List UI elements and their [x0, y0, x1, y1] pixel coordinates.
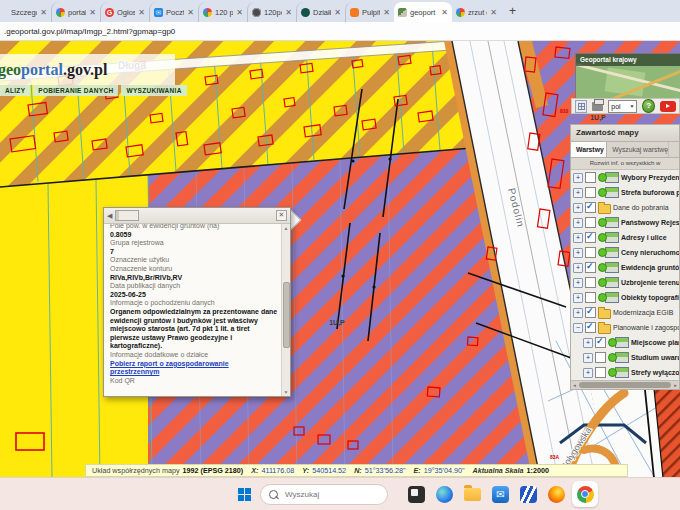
browser-tab[interactable]: Szczegó✕ [2, 2, 51, 22]
mail-app-icon[interactable] [492, 486, 509, 503]
task-view-icon[interactable] [408, 486, 425, 503]
new-tab-button[interactable]: + [509, 4, 516, 18]
expand-all-button[interactable]: Rozwiń inf. o wszystkich w [571, 158, 679, 170]
layer-row[interactable]: +Uzbrojenie terenu [571, 275, 679, 290]
youtube-button[interactable] [660, 101, 676, 112]
edge-browser-icon[interactable] [436, 486, 453, 503]
scroll-left-icon[interactable] [571, 382, 578, 388]
expander-icon[interactable]: + [573, 308, 583, 318]
layer-row[interactable]: +Ewidencja gruntów [571, 260, 679, 275]
expander-icon[interactable]: + [583, 368, 593, 378]
browser-tab[interactable]: portal o✕ [51, 2, 100, 22]
layer-checkbox[interactable] [585, 202, 596, 213]
browser-tab[interactable]: zrzut ek✕ [452, 2, 501, 22]
expander-icon[interactable]: + [583, 338, 593, 348]
expander-icon[interactable]: + [573, 248, 583, 258]
layer-row[interactable]: +Studium uwarun [571, 350, 679, 365]
browser-tab[interactable]: Działki✕ [296, 2, 345, 22]
layer-checkbox[interactable] [595, 337, 606, 348]
expander-icon[interactable]: + [573, 278, 583, 288]
layer-row[interactable]: +Strefy wyłączon [571, 365, 679, 380]
tab-wyszukaj-warstwe[interactable]: Wyszukaj warstwę [607, 142, 668, 157]
layer-checkbox[interactable] [585, 277, 596, 288]
tab-close-icon[interactable]: ✕ [40, 8, 47, 17]
scrollbar-thumb[interactable] [283, 282, 290, 348]
overview-minimap[interactable]: Geoportal krajowy [575, 53, 680, 99]
layer-row[interactable]: +Państwowy Rejestr [571, 215, 679, 230]
layer-checkbox[interactable] [585, 217, 596, 228]
layer-checkbox[interactable] [585, 232, 596, 243]
layer-checkbox[interactable] [585, 172, 596, 183]
tab-close-icon[interactable]: ✕ [138, 8, 145, 17]
layer-row[interactable]: +Strefa buforowa pr [571, 185, 679, 200]
back-arrow-icon[interactable] [107, 212, 112, 220]
layer-checkbox[interactable] [595, 352, 606, 363]
tab-close-icon[interactable]: ✕ [89, 8, 96, 17]
tab-warstwy[interactable]: Warstwy [571, 142, 607, 157]
expander-icon[interactable]: + [573, 203, 583, 213]
expander-icon[interactable]: − [573, 323, 583, 333]
geoportal-logo[interactable]: geoportal.gov.pl [0, 54, 175, 85]
tab-close-icon[interactable]: ✕ [236, 8, 243, 17]
scrollbar-thumb[interactable] [579, 382, 671, 388]
url-bar[interactable]: .geoportal.gov.pl/imap/Imgp_2.html?gpmap… [0, 22, 680, 41]
language-select[interactable]: pol [608, 100, 637, 113]
tab-close-icon[interactable]: ✕ [441, 8, 448, 17]
chrome-icon[interactable] [577, 486, 594, 503]
layer-checkbox[interactable] [585, 292, 596, 303]
scroll-right-icon[interactable] [672, 382, 679, 388]
help-button[interactable]: ? [642, 99, 655, 113]
tab-close-icon[interactable]: ✕ [285, 8, 292, 17]
browser-tab[interactable]: geoport✕ [394, 2, 452, 22]
tab-close-icon[interactable]: ✕ [187, 8, 194, 17]
tab-close-icon[interactable]: ✕ [490, 8, 497, 17]
taskbar-search-input[interactable] [283, 489, 372, 500]
expander-icon[interactable]: + [573, 188, 583, 198]
layer-checkbox[interactable] [585, 262, 596, 273]
tab-close-icon[interactable]: ✕ [334, 8, 341, 17]
layer-row[interactable]: +Miejscowe plany [571, 335, 679, 350]
layer-checkbox[interactable] [595, 367, 606, 378]
menu-item-wyszukiwania[interactable]: WYSZUKIWANIA [121, 85, 186, 96]
scroll-up-icon[interactable] [282, 225, 290, 231]
layer-checkbox[interactable] [585, 247, 596, 258]
browser-tab[interactable]: 120 por✕ [198, 2, 247, 22]
expander-icon[interactable]: + [573, 233, 583, 243]
chrome-active-highlight[interactable] [572, 481, 598, 507]
taskbar-search[interactable] [260, 484, 388, 505]
layer-checkbox[interactable] [585, 322, 596, 333]
tab-close-icon[interactable]: ✕ [383, 8, 390, 17]
layer-row[interactable]: +Modernizacja EGIB [571, 305, 679, 320]
file-explorer-icon[interactable] [464, 488, 481, 501]
attribute-table-icon[interactable] [115, 210, 139, 221]
layer-row[interactable]: +Adresy i ulice [571, 230, 679, 245]
browser-tab[interactable]: Ogłosze✕ [100, 2, 149, 22]
scroll-down-icon[interactable] [282, 389, 290, 395]
layer-row[interactable]: +Wybory Prezydenck [571, 170, 679, 185]
expander-icon[interactable]: + [573, 173, 583, 183]
movies-app-icon[interactable] [520, 486, 537, 503]
expander-icon[interactable]: + [573, 218, 583, 228]
expander-icon[interactable]: + [573, 263, 583, 273]
layer-row[interactable]: +Obiekty topograficz [571, 290, 679, 305]
start-button-icon[interactable] [238, 488, 244, 494]
firefox-icon[interactable] [548, 486, 565, 503]
panel-toggle-icon[interactable] [575, 100, 587, 113]
print-icon[interactable] [592, 102, 604, 111]
menu-item-analizy[interactable]: ALIZY [0, 85, 30, 96]
tab-overflow[interactable] [668, 142, 679, 157]
layer-checkbox[interactable] [585, 187, 596, 198]
browser-tab[interactable]: Poczta✕ [149, 2, 198, 22]
popup-link[interactable]: Pobierz raport o zagospodarowanie przest… [110, 360, 279, 377]
layer-row[interactable]: −Planowanie i zagospodar [571, 320, 679, 335]
expander-icon[interactable]: + [573, 293, 583, 303]
browser-tab[interactable]: 120port✕ [247, 2, 296, 22]
close-icon[interactable] [276, 210, 287, 221]
layer-checkbox[interactable] [585, 307, 596, 318]
layer-row[interactable]: +Dane do pobrania [571, 200, 679, 215]
browser-tab[interactable]: Pulpit -✕ [345, 2, 394, 22]
panel-horizontal-scrollbar[interactable] [571, 380, 679, 389]
menu-item-pobieranie[interactable]: POBIERANIE DANYCH [33, 85, 118, 96]
popup-scrollbar[interactable] [281, 224, 290, 396]
layer-row[interactable]: +Ceny nieruchomości [571, 245, 679, 260]
